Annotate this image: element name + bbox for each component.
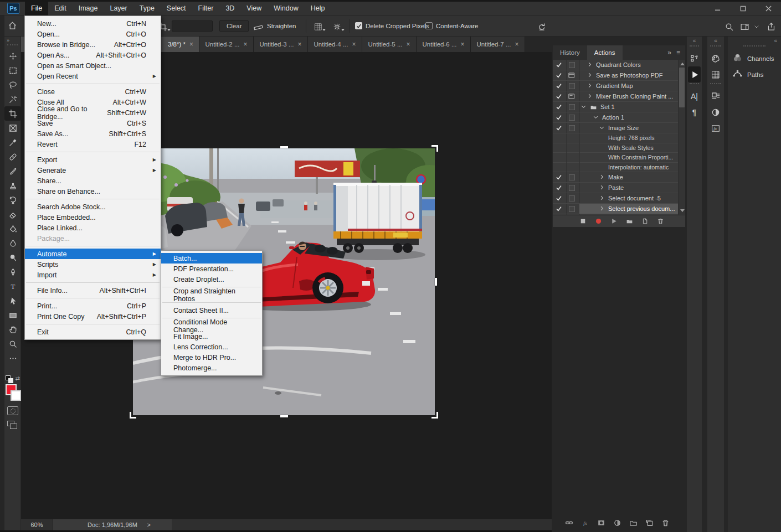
- tab-close-icon[interactable]: ×: [406, 40, 410, 48]
- menu-filter[interactable]: Filter: [192, 2, 220, 16]
- workspace-icon[interactable]: [739, 21, 750, 32]
- expand-arrow-icon[interactable]: [599, 195, 605, 202]
- trash-icon[interactable]: [661, 519, 670, 529]
- dialog-toggle-icon[interactable]: [568, 71, 576, 80]
- chevron-down-icon[interactable]: [753, 21, 760, 32]
- rail-grip[interactable]: [710, 45, 721, 48]
- document-tab-untitled-4[interactable]: Untitled-4 ...×: [308, 37, 362, 52]
- color-table-icon[interactable]: [707, 66, 724, 82]
- menu-edit[interactable]: Edit: [48, 2, 73, 16]
- crop-handle-bottom[interactable]: [280, 415, 288, 417]
- expand-arrow-icon[interactable]: [587, 72, 593, 79]
- eyedropper-tool-icon[interactable]: [4, 135, 21, 149]
- rail-grip[interactable]: [690, 45, 699, 48]
- crop-handle-top[interactable]: [280, 146, 288, 148]
- document-tab-untitled-3[interactable]: Untitled-3 ...×: [254, 37, 308, 52]
- share-icon[interactable]: [765, 21, 777, 32]
- panel-tab-history[interactable]: History: [553, 45, 587, 60]
- crop-handle-right[interactable]: [435, 278, 437, 286]
- expand-arrow-icon[interactable]: [599, 184, 605, 192]
- magic-wand-tool-icon[interactable]: [4, 92, 21, 106]
- file-menu-item-place-linked[interactable]: Place Linked...: [25, 223, 161, 233]
- file-menu-item-open-as-smart-object[interactable]: Open as Smart Object...: [25, 60, 161, 71]
- zoom-level[interactable]: 60%: [21, 519, 53, 530]
- tab-close-icon[interactable]: ×: [515, 40, 518, 48]
- background-color-swatch[interactable]: [11, 390, 21, 401]
- menu-type[interactable]: Type: [133, 2, 161, 16]
- dialog-toggle-box[interactable]: [569, 104, 575, 110]
- character-icon[interactable]: A|: [687, 88, 702, 104]
- scroll-thumb[interactable]: [679, 68, 685, 107]
- file-menu-item-generate[interactable]: Generate▶: [25, 165, 161, 175]
- home-icon[interactable]: [7, 20, 18, 31]
- action-check-icon[interactable]: [556, 125, 562, 132]
- automate-item-merge-to-hdr-pro[interactable]: Merge to HDR Pro...: [161, 352, 262, 363]
- ellipsis-tool-icon[interactable]: [4, 351, 21, 365]
- scroll-up-icon[interactable]: [680, 63, 685, 65]
- automate-item-lens-correction[interactable]: Lens Correction...: [161, 342, 262, 352]
- crop-handle-bottom-right[interactable]: [431, 412, 438, 419]
- tab-close-icon[interactable]: ×: [460, 40, 464, 48]
- automate-item-create-droplet[interactable]: Create Droplet...: [161, 274, 262, 285]
- tab-close-icon[interactable]: ×: [297, 40, 301, 48]
- dialog-toggle-box[interactable]: [569, 125, 575, 131]
- expand-arrow-icon[interactable]: [587, 93, 593, 100]
- gradient-tool-icon[interactable]: [4, 221, 21, 236]
- hand-tool-icon[interactable]: [4, 322, 21, 337]
- swatches-icon[interactable]: [707, 50, 724, 66]
- adjustment-icon[interactable]: [613, 519, 621, 529]
- paragraph-icon[interactable]: ¶: [687, 104, 702, 120]
- action-check-icon[interactable]: [556, 72, 562, 80]
- automate-item-conditional-mode-change[interactable]: Conditional Mode Change...: [161, 321, 262, 331]
- styles-icon[interactable]: fx: [707, 120, 724, 136]
- action-row-image-size[interactable]: Image Size: [553, 123, 685, 133]
- type-tool-icon[interactable]: T: [4, 279, 21, 293]
- gear-icon[interactable]: [331, 21, 342, 32]
- minimize-icon[interactable]: [705, 2, 730, 16]
- file-menu-item-open-recent[interactable]: Open Recent▶: [25, 71, 161, 81]
- automate-item-batch[interactable]: Batch...: [161, 253, 262, 264]
- panel-button-paths[interactable]: Paths: [728, 66, 781, 82]
- swap-colors-icon[interactable]: ⇄: [16, 375, 20, 381]
- dialog-toggle-icon[interactable]: [568, 92, 576, 101]
- actions-play-icon[interactable]: [688, 66, 701, 82]
- close-icon[interactable]: [756, 2, 781, 16]
- document-tab-untitled-7[interactable]: Untitled-7 ...×: [471, 37, 525, 52]
- search-icon[interactable]: [723, 21, 734, 32]
- file-menu-item-place-embedded[interactable]: Place Embedded...: [25, 212, 161, 223]
- mask-icon[interactable]: [597, 519, 605, 529]
- path-select-tool-icon[interactable]: [4, 293, 21, 308]
- scroll-down-icon[interactable]: [680, 209, 685, 212]
- maximize-icon[interactable]: [730, 2, 756, 16]
- menu-help[interactable]: Help: [305, 2, 331, 16]
- panel-collapse-icon[interactable]: «: [728, 37, 781, 45]
- file-menu-item-new[interactable]: New...Ctrl+N: [25, 18, 161, 29]
- new-layer-icon[interactable]: [645, 519, 654, 529]
- link-icon[interactable]: [565, 519, 573, 529]
- move-tool-icon[interactable]: [4, 49, 21, 63]
- fx-icon[interactable]: fx: [581, 519, 589, 529]
- expand-arrow-icon[interactable]: [587, 61, 593, 69]
- file-menu-item-package[interactable]: Package...: [25, 233, 161, 244]
- blur-tool-icon[interactable]: [4, 236, 21, 250]
- crop-ratio-input[interactable]: [172, 20, 213, 32]
- toolbar-grip[interactable]: [7, 44, 18, 47]
- trash-icon[interactable]: [657, 218, 664, 225]
- action-row-set-1[interactable]: Set 1: [553, 102, 685, 112]
- menu-view[interactable]: View: [240, 2, 268, 16]
- file-menu-item-exit[interactable]: ExitCtrl+Q: [25, 327, 161, 337]
- tab-close-icon[interactable]: ×: [352, 40, 356, 48]
- dialog-toggle-box[interactable]: [569, 62, 575, 68]
- file-menu-item-browse-in-bridge[interactable]: Browse in Bridge...Alt+Ctrl+O: [25, 39, 161, 50]
- action-check-icon[interactable]: [556, 82, 562, 90]
- automate-item-pdf-presentation[interactable]: PDF Presentation...: [161, 264, 262, 274]
- tab-close-icon[interactable]: ×: [189, 40, 193, 48]
- menu-image[interactable]: Image: [73, 2, 104, 16]
- menu-select[interactable]: Select: [161, 2, 192, 16]
- toolbar-collapse-icon[interactable]: »: [4, 37, 20, 44]
- file-menu-item-scripts[interactable]: Scripts▶: [25, 259, 161, 270]
- action-check-icon[interactable]: [556, 61, 562, 69]
- properties-icon[interactable]: [707, 88, 724, 104]
- file-menu-item-open[interactable]: Open...Ctrl+O: [25, 29, 161, 39]
- rail-grip[interactable]: [710, 83, 721, 86]
